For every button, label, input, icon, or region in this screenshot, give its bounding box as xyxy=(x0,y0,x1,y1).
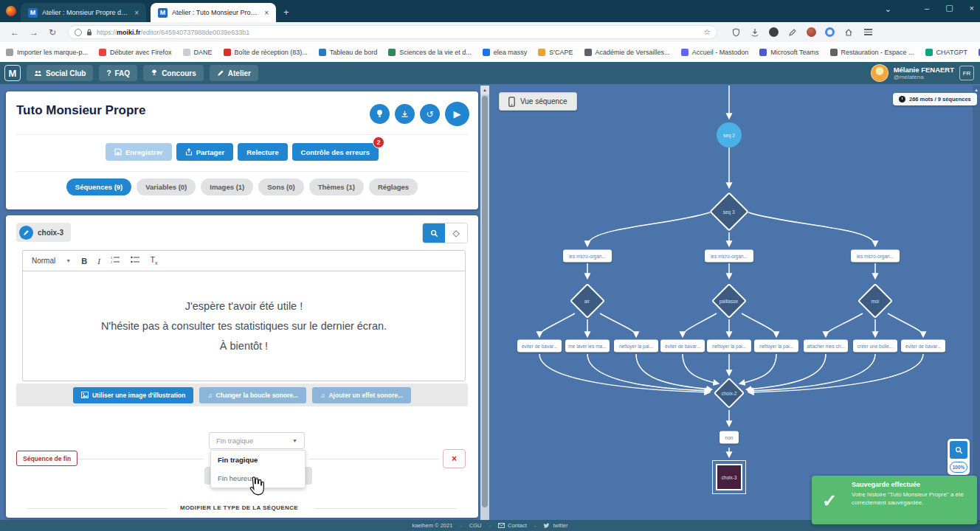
nav-concours[interactable]: Concours xyxy=(143,65,204,81)
browser-profile-icon[interactable] xyxy=(6,6,16,16)
sequence-id-chip[interactable]: choix-3 xyxy=(16,223,71,242)
flow-node-choix-3[interactable]: choix-3 xyxy=(716,464,742,490)
tab-images[interactable]: Images (1) xyxy=(201,178,253,195)
bookmark-item[interactable]: Tableau de bord xyxy=(319,49,378,56)
window-minimize-button[interactable]: – xyxy=(925,4,929,13)
clear-format-button[interactable]: Tx xyxy=(151,256,158,266)
tab-sequences[interactable]: Séquences (9) xyxy=(66,178,131,195)
tab-close-icon[interactable]: × xyxy=(134,9,139,17)
tab-themes[interactable]: Thèmes (1) xyxy=(309,178,364,195)
export-button[interactable] xyxy=(395,104,415,124)
bookmark-item[interactable]: CHATGPT xyxy=(925,49,967,56)
flow-node-non[interactable]: non xyxy=(720,431,739,444)
language-button[interactable]: FR xyxy=(959,66,974,80)
flow-node-attacher-mes-ch-[interactable]: attacher mes ch... xyxy=(804,340,848,353)
contact-link[interactable]: Contact xyxy=(498,522,527,529)
bullet-list-button[interactable] xyxy=(131,256,140,266)
flow-node--viter-de-bavar-[interactable]: éviter de bavar... xyxy=(517,340,562,353)
play-button[interactable]: ▶ xyxy=(445,102,469,126)
flow-node-nettoyer-la-pai-[interactable]: nettoyer la pai... xyxy=(754,340,798,353)
flow-node--viter-de-bavar-[interactable]: éviter de bavar... xyxy=(901,340,945,353)
user-avatar[interactable] xyxy=(871,64,888,82)
window-close-button[interactable]: × xyxy=(970,4,974,13)
browser-menu-icon[interactable] xyxy=(863,27,873,38)
tab-reglages[interactable]: Réglages xyxy=(369,178,418,195)
bookmark-item[interactable]: Académie de Versailles... xyxy=(584,49,670,56)
flow-node-les-micro-organ-[interactable]: les micro-organ... xyxy=(705,250,753,263)
browser-tab-2-active[interactable]: M Atelier : Tuto Monsieur Propre × xyxy=(151,3,276,22)
bold-button[interactable]: B xyxy=(81,257,87,266)
twitter-link[interactable]: twitter xyxy=(543,522,567,529)
bookmark-item[interactable]: Importer les marque-p... xyxy=(6,49,88,56)
profile-extension-icon[interactable] xyxy=(807,27,816,37)
nav-social-club[interactable]: Social Club xyxy=(27,65,93,81)
forward-button[interactable]: → xyxy=(30,27,38,38)
back-button[interactable]: ← xyxy=(10,27,19,38)
error-check-button[interactable]: Contrôle des erreurs 2 xyxy=(292,143,379,161)
flow-node-me-laver-les-ma-[interactable]: me laver les ma... xyxy=(565,340,610,353)
ordered-list-button[interactable]: 12 xyxy=(111,256,120,266)
save-toast[interactable]: ✓ Sauvegarde effectuée Votre histoire "T… xyxy=(812,476,977,524)
cgu-link[interactable]: CGU xyxy=(469,522,482,529)
option-fin-tragique[interactable]: Fin tragique xyxy=(211,451,305,469)
extension-dark-icon[interactable] xyxy=(769,27,779,37)
format-dropdown[interactable]: Normal▼ xyxy=(32,257,71,265)
change-loop-button[interactable]: ♫ Changer la boucle sonore... xyxy=(199,387,306,403)
review-button[interactable]: Relecture xyxy=(238,143,287,161)
moiki-logo[interactable]: M xyxy=(4,65,21,81)
add-image-button[interactable]: Utiliser une image d'illustration xyxy=(73,387,193,403)
flow-panel-scrollbar[interactable]: ▲ xyxy=(973,86,980,520)
scroll-up-arrow[interactable]: ▲ xyxy=(480,86,489,94)
story-flowchart-panel[interactable]: seq 2seq 3les micro-organ...les micro-or… xyxy=(491,86,980,520)
flow-node-seq-2[interactable]: seq 2 xyxy=(717,122,742,148)
scroll-up-arrow[interactable]: ▲ xyxy=(973,86,980,92)
zoom-level[interactable]: 100% xyxy=(950,462,967,473)
window-restore-button[interactable]: ▢ xyxy=(945,3,953,13)
bookmark-item[interactable]: Boîte de réception (83)... xyxy=(224,49,308,56)
eyedropper-icon[interactable] xyxy=(787,27,798,38)
italic-button[interactable]: I xyxy=(97,257,100,266)
shield-icon[interactable] xyxy=(731,27,741,38)
bookmark-item[interactable]: elea massy xyxy=(483,49,528,56)
scrollbar-thumb[interactable] xyxy=(482,96,488,507)
bookmark-item[interactable]: Microsoft Teams xyxy=(759,49,818,56)
new-tab-button[interactable]: + xyxy=(283,7,289,22)
save-button[interactable]: Enregistrer xyxy=(106,143,172,161)
reload-button[interactable]: ↻ xyxy=(49,27,56,38)
share-button[interactable]: Partager xyxy=(176,143,234,161)
sequence-type-select[interactable]: Fin tragique ▼ xyxy=(209,432,305,449)
left-panel-scrollbar[interactable]: ▲ xyxy=(480,86,489,520)
bookmark-item[interactable]: Accueil - Mastodon xyxy=(681,49,749,56)
bookmark-star-icon[interactable]: ☆ xyxy=(703,27,711,37)
search-sequence-button[interactable] xyxy=(423,223,445,243)
nav-atelier[interactable]: Atelier xyxy=(210,65,258,81)
bookmark-item[interactable]: Sciences de la vie et d... xyxy=(388,49,472,56)
sequence-text[interactable]: J'espère t'avoir été utile ! N'hésite pa… xyxy=(23,271,465,381)
flow-node-nettoyer-la-pai-[interactable]: nettoyer la pai... xyxy=(614,340,658,353)
home-icon[interactable] xyxy=(843,27,854,38)
diamond-view-button[interactable]: ◇ xyxy=(445,223,467,243)
tab-close-icon[interactable]: × xyxy=(264,9,269,17)
bookmark-item[interactable]: Débuter avec Firefox xyxy=(99,49,172,56)
nav-faq[interactable]: ? FAQ xyxy=(99,65,137,81)
flow-node-cr-er-une-bulle-[interactable]: créer une bulle... xyxy=(853,340,897,353)
bookmark-item[interactable]: S'CAPE xyxy=(538,49,573,56)
tab-sons[interactable]: Sons (0) xyxy=(258,178,303,195)
browser-tab-1[interactable]: M Atelier : Monsieur Propre début × xyxy=(21,3,146,22)
history-button[interactable]: ↺ xyxy=(420,104,440,124)
site-info-icon[interactable] xyxy=(75,29,82,36)
flow-node-les-micro-organ-[interactable]: les micro-organ... xyxy=(563,250,612,263)
add-sfx-button[interactable]: ♫ Ajouter un effet sonore... xyxy=(312,387,411,403)
flow-node--viter-de-bavar-[interactable]: éviter de bavar... xyxy=(660,340,705,353)
bookmark-item[interactable]: Restauration - Espace ... xyxy=(830,49,914,56)
delete-sequence-button[interactable]: × xyxy=(443,449,466,468)
bookmark-item[interactable]: DANE xyxy=(183,49,213,56)
tips-button[interactable] xyxy=(370,104,390,124)
sequence-view-button[interactable]: Vue séquence xyxy=(499,92,577,111)
zoom-search-button[interactable] xyxy=(950,441,967,459)
tab-variables[interactable]: Variables (0) xyxy=(137,178,196,195)
address-bar[interactable]: https://moiki.fr/editor/645940737988de00… xyxy=(68,25,717,39)
flow-node-les-micro-organ-[interactable]: les micro-organ... xyxy=(851,250,900,263)
flow-node-nettoyer-la-pai-[interactable]: nettoyer la pai... xyxy=(707,340,751,353)
download-icon[interactable] xyxy=(750,27,760,38)
